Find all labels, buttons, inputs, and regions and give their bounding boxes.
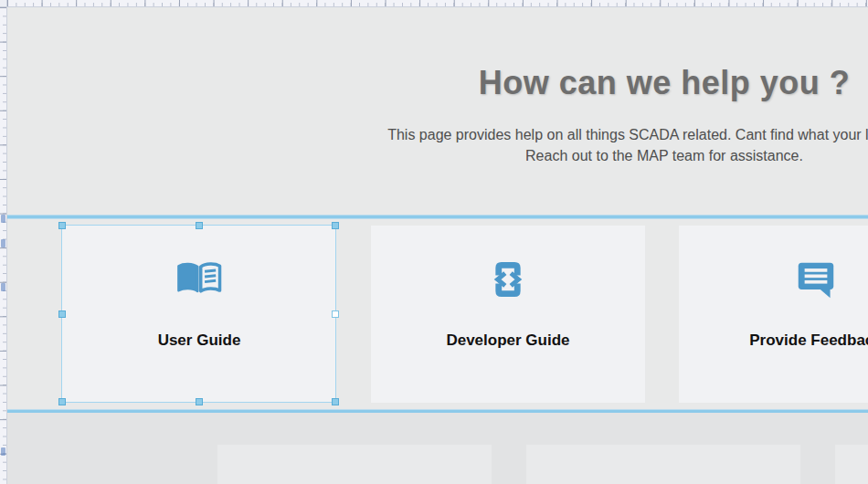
ruler-label-mark [1, 447, 5, 456]
horizontal-ruler[interactable] [7, 0, 868, 7]
selection-handle-e[interactable] [332, 310, 339, 318]
selection-handle-s[interactable] [196, 398, 203, 405]
editor-canvas[interactable]: How can we help you ? This page provides… [7, 7, 868, 484]
ruler-corner [0, 0, 7, 7]
placeholder-card[interactable] [217, 445, 492, 484]
selection-handle-sw[interactable] [58, 398, 66, 405]
comment-icon [796, 258, 836, 300]
help-card-label: Provide Feedback [749, 331, 868, 350]
help-card-label: Developer Guide [446, 331, 569, 350]
ruler-label-mark [1, 215, 5, 223]
selection-handle-n[interactable] [196, 222, 203, 229]
placeholder-card[interactable] [526, 445, 800, 484]
help-card-developer-guide[interactable]: Developer Guide [371, 226, 645, 403]
help-card-provide-feedback[interactable]: Provide Feedback [679, 226, 868, 403]
page-subtitle-line1: This page provides help on all things SC… [7, 124, 868, 145]
placeholder-card[interactable] [835, 445, 868, 484]
mobile-code-icon [490, 258, 526, 300]
selection-handle-se[interactable] [332, 398, 339, 405]
page-subtitle: This page provides help on all things SC… [7, 124, 868, 166]
selection-handle-ne[interactable] [332, 222, 339, 229]
section-divider-top [7, 216, 868, 218]
ruler-label-mark [1, 239, 5, 247]
selection-overlay[interactable] [61, 225, 336, 403]
page-title: How can we help you ? [7, 64, 868, 102]
selection-handle-w[interactable] [58, 310, 66, 318]
page-subtitle-line2: Reach out to the MAP team for assistance… [7, 145, 868, 166]
ruler-label-mark [1, 283, 5, 291]
vertical-ruler[interactable] [0, 7, 7, 484]
hero-section: How can we help you ? This page provides… [7, 64, 868, 166]
selection-handle-nw[interactable] [58, 222, 66, 229]
